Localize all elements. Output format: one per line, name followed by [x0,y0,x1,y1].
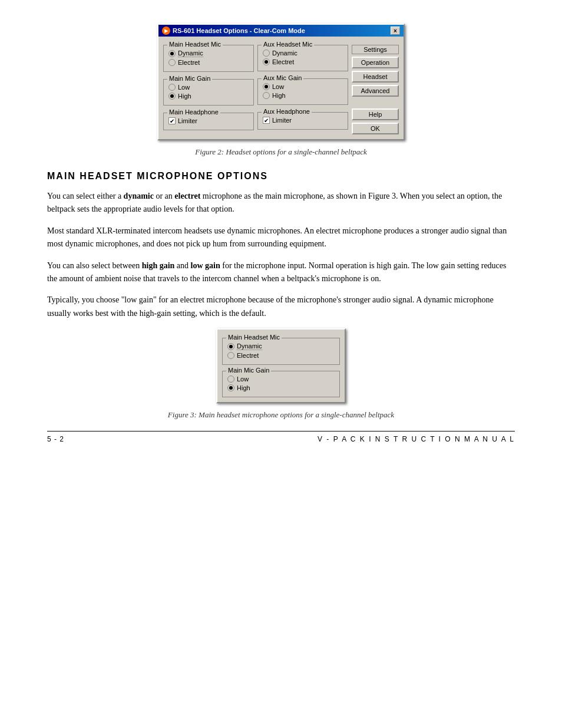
aux-electret-radio-row[interactable]: Electret [263,58,343,65]
dialog1: ▶ RS-601 Headset Options - Clear-Com Mod… [157,24,405,140]
section-heading: MAIN HEADSET MICROPHONE OPTIONS [47,171,515,182]
aux-mic-gain-group: Aux Mic Gain Low High [257,78,348,105]
main-headphone-legend: Main Headphone [167,108,220,116]
aux-high-radio[interactable] [263,92,270,99]
main-limiter-checkbox[interactable]: ✔ [168,117,176,124]
dialog2-main-headset-mic-group: Main Headset Mic Dynamic Electret [222,338,340,365]
dialog1-body: Main Headset Mic Dynamic Electret Main M… [158,37,404,139]
dialog2-high-radio[interactable] [227,384,234,391]
aux-headset-mic-legend: Aux Headset Mic [262,41,314,48]
main-electret-radio-row[interactable]: Electret [168,59,249,66]
dialog1-title-left: ▶ RS-601 Headset Options - Clear-Com Mod… [162,27,305,35]
footer-page-number: 5 - 2 [47,435,64,443]
main-high-radio[interactable] [168,93,176,100]
dialog2-low-radio[interactable] [227,375,234,383]
advanced-button[interactable]: Advanced [352,85,399,97]
main-electret-label: Electret [178,59,200,66]
aux-headphone-legend: Aux Headphone [262,108,312,115]
main-mic-gain-group: Main Mic Gain Low High [163,79,254,106]
dialog1-title: RS-601 Headset Options - Clear-Com Mode [173,27,305,34]
dialog2-main-mic-gain-legend: Main Mic Gain [226,367,271,374]
main-low-label: Low [178,84,190,91]
help-button[interactable]: Help [352,108,399,120]
dialog1-settings-col: Settings Operation Headset Advanced Help… [352,41,399,134]
main-high-radio-row[interactable]: High [168,93,249,100]
operation-button[interactable]: Operation [352,57,399,68]
aux-low-radio-row[interactable]: Low [263,83,343,90]
headset-button[interactable]: Headset [352,71,399,83]
dialog2-electret-row[interactable]: Electret [227,352,335,359]
main-limiter-label: Limiter [178,117,197,124]
aux-dynamic-label: Dynamic [272,50,297,57]
figure1-caption: Figure 2: Headset options for a single-c… [47,147,515,157]
main-headset-mic-legend: Main Headset Mic [167,41,223,48]
aux-high-radio-row[interactable]: High [263,92,343,99]
aux-high-label: High [272,92,286,99]
dialog1-left-col: Main Headset Mic Dynamic Electret Main M… [163,41,254,134]
aux-dynamic-radio-row[interactable]: Dynamic [263,50,343,57]
main-electret-radio[interactable] [168,59,176,66]
aux-mic-gain-legend: Aux Mic Gain [262,74,303,81]
dialog2-dynamic-label: Dynamic [237,342,262,350]
main-high-label: High [178,93,191,100]
dialog1-titlebar: ▶ RS-601 Headset Options - Clear-Com Mod… [158,25,404,37]
aux-headset-mic-group: Aux Headset Mic Dynamic Electret [257,45,348,71]
dialog-app-icon: ▶ [162,27,170,35]
figure2-caption: Figure 3: Main headset microphone option… [47,410,515,420]
dialog2-low-label: Low [237,375,249,383]
main-dynamic-label: Dynamic [178,50,203,57]
dialog2-high-label: High [237,384,250,391]
paragraph-4: Typically, you choose "low gain" for an … [47,294,515,320]
dialog1-wrapper: ▶ RS-601 Headset Options - Clear-Com Mod… [47,24,515,140]
dialog2-main-headset-mic-legend: Main Headset Mic [226,334,282,341]
aux-electret-label: Electret [272,58,294,65]
dialog2-low-row[interactable]: Low [227,375,335,383]
dialog2-dynamic-radio[interactable] [227,343,234,350]
main-headset-mic-group: Main Headset Mic Dynamic Electret [163,45,254,72]
paragraph-2: Most standard XLR-terminated intercom he… [47,225,515,251]
main-low-radio-row[interactable]: Low [168,84,249,91]
main-dynamic-radio[interactable] [168,50,176,57]
aux-low-label: Low [272,83,284,90]
aux-dynamic-radio[interactable] [263,50,270,57]
dialog1-close-button[interactable]: × [391,27,400,35]
main-low-radio[interactable] [168,84,176,91]
paragraph-3: You can also select between high gain an… [47,259,515,286]
dialog2-dynamic-row[interactable]: Dynamic [227,342,335,350]
dialog2-electret-radio[interactable] [227,352,234,359]
aux-limiter-label: Limiter [272,117,292,124]
dialog2-high-row[interactable]: High [227,384,335,391]
dialog2: Main Headset Mic Dynamic Electret Main M… [216,328,346,403]
dialog2-wrapper: Main Headset Mic Dynamic Electret Main M… [47,328,515,403]
aux-electret-radio[interactable] [263,58,270,65]
aux-limiter-row[interactable]: ✔ Limiter [263,117,343,124]
main-mic-gain-legend: Main Mic Gain [167,75,212,82]
page-footer: 5 - 2 V - P A C K I N S T R U C T I O N … [47,431,515,443]
main-headphone-group: Main Headphone ✔ Limiter [163,113,254,130]
dialog1-middle-col: Aux Headset Mic Dynamic Electret Aux Mic… [257,41,348,134]
main-limiter-row[interactable]: ✔ Limiter [168,117,249,124]
settings-legend: Settings [352,45,399,54]
footer-manual-title: V - P A C K I N S T R U C T I O N M A N … [318,435,515,443]
aux-limiter-checkbox[interactable]: ✔ [263,117,270,124]
ok-button[interactable]: OK [352,123,399,134]
dialog2-main-mic-gain-group: Main Mic Gain Low High [222,371,340,397]
dialog2-electret-label: Electret [237,352,259,359]
main-dynamic-radio-row[interactable]: Dynamic [168,50,249,57]
aux-low-radio[interactable] [263,83,270,90]
aux-headphone-group: Aux Headphone ✔ Limiter [257,112,348,130]
paragraph-1: You can select either a dynamic or an el… [47,190,515,216]
